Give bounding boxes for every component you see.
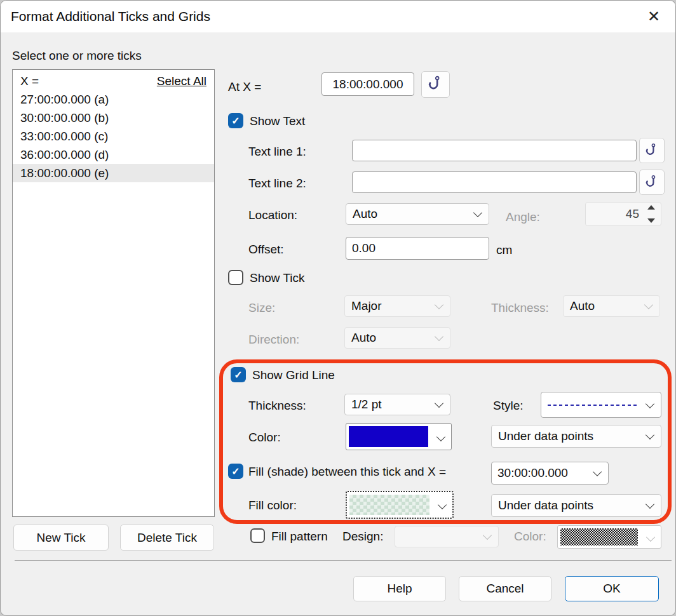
fill-pattern-color-select xyxy=(557,525,661,549)
grid-thickness-label: Thickness: xyxy=(248,399,306,413)
fill-layer-select[interactable]: Under data points xyxy=(491,494,661,517)
fill-pattern-design-select xyxy=(395,526,499,547)
select-ticks-label: Select one or more ticks xyxy=(12,49,142,63)
offset-input[interactable] xyxy=(346,237,489,260)
text-line-2-link-button[interactable] xyxy=(639,170,665,195)
tick-thickness-label: Thickness: xyxy=(491,301,549,315)
angle-label: Angle: xyxy=(506,210,540,224)
help-button[interactable]: Help xyxy=(353,576,446,601)
delete-tick-button[interactable]: Delete Tick xyxy=(120,525,214,551)
grid-style-label: Style: xyxy=(493,399,524,413)
chevron-down-icon xyxy=(483,531,492,540)
spinner-arrows[interactable] xyxy=(647,205,655,223)
text-line-1-link-button[interactable] xyxy=(639,138,665,163)
offset-label: Offset: xyxy=(248,243,284,257)
cancel-button[interactable]: Cancel xyxy=(459,576,551,601)
chevron-cell xyxy=(640,526,661,548)
ok-button[interactable]: OK xyxy=(565,576,659,601)
blue-color-swatch xyxy=(349,426,428,447)
chevron-down-icon xyxy=(593,467,602,476)
fill-shade-x-select[interactable]: 30:00:00.000 xyxy=(491,462,609,485)
tick-thickness-select: Auto xyxy=(563,295,660,317)
text-line-1-input[interactable] xyxy=(352,140,637,161)
fill-shade-checkbox[interactable] xyxy=(228,464,243,479)
grid-style-select[interactable] xyxy=(541,392,661,418)
hook-icon xyxy=(646,142,659,159)
footer-separator xyxy=(15,560,672,561)
chevron-down-icon xyxy=(435,399,443,408)
fill-shade-label: Fill (shade) between this tick and X = xyxy=(248,465,446,479)
at-x-input[interactable] xyxy=(321,72,414,96)
format-ticks-dialog: Format Additional Ticks and Grids ✕ Sele… xyxy=(0,0,676,616)
grid-thickness-select[interactable]: 1/2 pt xyxy=(344,394,450,415)
spin-up-icon[interactable] xyxy=(647,205,655,210)
fill-shade-x-value: 30:00:00.000 xyxy=(497,466,568,480)
grid-color-select[interactable] xyxy=(346,423,452,450)
new-tick-button[interactable]: New Tick xyxy=(13,525,109,551)
at-x-link-button[interactable] xyxy=(421,71,450,98)
fill-pattern-label: Fill pattern xyxy=(271,530,328,544)
list-item[interactable]: 33:00:00.000 (c) xyxy=(13,127,214,145)
show-tick-checkbox[interactable] xyxy=(228,270,243,285)
fill-color-label: Fill color: xyxy=(248,499,297,512)
text-line-2-label: Text line 2: xyxy=(248,177,306,191)
tick-direction-select: Auto xyxy=(344,327,450,349)
chevron-down-icon xyxy=(435,332,443,341)
chevron-cell xyxy=(431,424,451,450)
chevron-down-icon xyxy=(436,432,445,441)
text-line-2-input[interactable] xyxy=(352,171,637,193)
fill-pattern-design-label: Design: xyxy=(342,530,383,544)
chevron-down-icon xyxy=(435,300,443,309)
grid-layer-value: Under data points xyxy=(498,429,593,443)
fill-color-select[interactable] xyxy=(346,491,454,519)
halftone-pattern-swatch xyxy=(560,528,638,546)
show-grid-checkbox[interactable] xyxy=(231,367,246,382)
close-icon[interactable]: ✕ xyxy=(642,8,665,25)
grid-thickness-value: 1/2 pt xyxy=(351,398,382,412)
chevron-down-icon xyxy=(646,500,654,509)
chevron-down-icon xyxy=(646,532,655,541)
show-text-label: Show Text xyxy=(250,114,305,128)
chevron-down-icon xyxy=(473,208,482,217)
at-x-label: At X = xyxy=(228,80,261,94)
tick-size-value: Major xyxy=(351,299,382,313)
list-item[interactable]: 30:00:00.000 (b) xyxy=(13,109,214,127)
list-header-row: X = Select All xyxy=(13,70,214,90)
chevron-down-icon xyxy=(646,399,654,408)
green-checkerboard-swatch xyxy=(349,495,429,515)
grid-color-label: Color: xyxy=(248,431,281,445)
angle-value: 45 xyxy=(626,207,639,221)
list-item-selected[interactable]: 18:00:00.000 (e) xyxy=(13,164,214,182)
location-value: Auto xyxy=(353,207,377,221)
tick-direction-label: Direction: xyxy=(248,333,299,347)
hook-icon xyxy=(428,75,443,94)
chevron-down-icon xyxy=(646,431,654,439)
fill-layer-value: Under data points xyxy=(498,499,593,512)
tick-thickness-value: Auto xyxy=(570,299,595,313)
dashed-line-swatch xyxy=(548,405,637,406)
offset-unit-label: cm xyxy=(496,243,512,257)
location-label: Location: xyxy=(248,208,297,222)
dialog-title: Format Additional Ticks and Grids xyxy=(11,9,210,24)
tick-listbox[interactable]: X = Select All 27:00:00.000 (a) 30:00:00… xyxy=(12,69,215,517)
chevron-cell xyxy=(432,492,452,518)
show-grid-label: Show Grid Line xyxy=(252,368,335,382)
fill-pattern-color-label: Color: xyxy=(514,530,546,544)
list-item[interactable]: 27:00:00.000 (a) xyxy=(13,90,214,109)
tick-direction-value: Auto xyxy=(351,331,376,345)
fill-pattern-checkbox[interactable] xyxy=(250,528,265,543)
spin-down-icon[interactable] xyxy=(647,218,655,223)
list-item[interactable]: 36:00:00.000 (d) xyxy=(13,145,214,164)
list-header-x: X = xyxy=(20,74,39,88)
grid-layer-select[interactable]: Under data points xyxy=(491,425,661,448)
show-text-checkbox[interactable] xyxy=(228,113,243,128)
chevron-down-icon xyxy=(438,500,447,509)
angle-spinner[interactable]: 45 xyxy=(585,202,661,226)
select-all-link[interactable]: Select All xyxy=(157,74,206,88)
title-bar: Format Additional Ticks and Grids ✕ xyxy=(1,1,675,32)
show-tick-label: Show Tick xyxy=(250,271,305,285)
text-line-1-label: Text line 1: xyxy=(248,145,306,159)
chevron-down-icon xyxy=(644,300,653,309)
hook-icon xyxy=(646,174,659,191)
location-select[interactable]: Auto xyxy=(346,203,489,225)
